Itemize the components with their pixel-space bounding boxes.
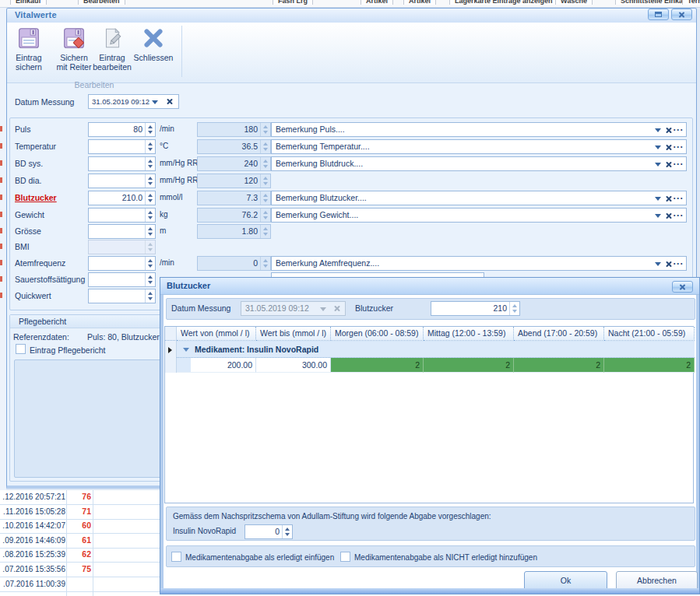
history-value: 60 [67, 521, 91, 530]
insulin-input[interactable]: 0 [244, 524, 293, 539]
vital-value-input[interactable] [88, 139, 156, 154]
history-datetime: .07.2016 15:35:56 [0, 565, 65, 573]
grid-cell-dose[interactable]: 2 [604, 358, 695, 373]
spinner[interactable] [145, 209, 155, 222]
spinner[interactable] [145, 174, 155, 188]
spinner[interactable] [260, 257, 270, 270]
vital-value-input[interactable] [88, 156, 156, 171]
dialog-titlebar[interactable]: Blutzucker [160, 278, 699, 295]
vital-value-input[interactable] [88, 240, 156, 254]
grid-column-header[interactable]: Nacht (21:00 - 05:59) [604, 327, 695, 341]
spinner[interactable] [260, 225, 270, 238]
vital-label: Grösse [15, 226, 41, 236]
nicht-erledigt-checkbox[interactable] [340, 552, 350, 562]
spinner[interactable] [260, 209, 270, 222]
grid-column-header[interactable]: Morgen (06:00 - 08:59) [331, 327, 424, 341]
schema-grid: Wert von (mmol / l)Wert bis (mmol / l)Mo… [164, 326, 694, 503]
spinner[interactable] [145, 289, 155, 303]
vital-remark-combo[interactable]: Bemerkung Blutdruck....··· [271, 156, 687, 171]
grid-column-header[interactable]: Wert bis (mmol / l) [256, 327, 331, 341]
spinner[interactable] [145, 257, 155, 270]
spinner[interactable] [260, 157, 270, 170]
vital-remark-combo[interactable]: Bemerkung Gewicht....··· [271, 208, 687, 223]
eintrag-pflegebericht-checkbox[interactable] [16, 344, 26, 354]
spinner[interactable] [260, 174, 270, 188]
background-tab-fragment: Artikel [403, 0, 436, 5]
spinner[interactable] [145, 191, 155, 205]
spinner[interactable] [260, 123, 270, 136]
erledigt-checkbox[interactable] [171, 552, 181, 562]
clear-icon[interactable] [665, 127, 672, 134]
vital-ref-input[interactable]: 120 [197, 174, 271, 188]
vital-value-input[interactable] [88, 289, 156, 303]
background-app-strip: EinkaufBearbeitenFash LrgArtikelArtikelL… [0, 0, 700, 8]
vital-value-input[interactable] [88, 174, 156, 188]
spinner[interactable] [260, 191, 270, 205]
vital-ref-input[interactable]: 240 [197, 156, 271, 171]
history-value: 76 [67, 492, 91, 501]
grid-cell-wert-bis[interactable]: 300.00 [256, 358, 331, 373]
more-icon[interactable]: ··· [674, 159, 684, 170]
grid-column-header[interactable]: Abend (17:00 - 20:59) [514, 327, 604, 341]
more-icon[interactable]: ··· [674, 210, 684, 221]
collapse-icon[interactable] [183, 348, 189, 352]
dialog-blutzucker-input[interactable]: 210 [431, 301, 520, 316]
dialog-datum-combo[interactable]: 31.05.2019 09:12 [241, 301, 346, 316]
more-icon[interactable]: ··· [674, 142, 684, 153]
erledigt-label: Medikamentenabgabe als erledigt einfügen [185, 553, 334, 562]
clear-icon[interactable] [665, 261, 672, 268]
grid-column-header[interactable]: Mittag (12:00 - 13:59) [424, 327, 514, 341]
grid-cell-dose[interactable]: 2 [424, 358, 514, 373]
remark-text: Bemerkung Gewicht.... [276, 210, 358, 219]
more-icon[interactable]: ··· [674, 258, 684, 269]
spinner[interactable] [145, 273, 155, 286]
vital-value-input[interactable] [88, 224, 156, 239]
background-tab-fragment: Bearbeiten [78, 0, 125, 5]
grid-cell-dose[interactable]: 2 [514, 358, 604, 373]
dropdown-icon[interactable] [655, 128, 661, 132]
grid-column-header[interactable]: Wert von (mmol / l) [177, 327, 256, 341]
vital-remark-combo[interactable]: Bemerkung Temperatur....··· [271, 139, 687, 154]
vital-value-input[interactable] [88, 256, 156, 271]
dropdown-icon[interactable] [655, 262, 661, 266]
clear-icon[interactable] [665, 212, 672, 219]
more-icon[interactable]: ··· [674, 124, 684, 135]
spinner[interactable] [145, 157, 155, 170]
spinner[interactable] [145, 140, 155, 153]
spinner[interactable] [509, 302, 519, 315]
vital-ref-value: 180 [198, 123, 260, 136]
spinner[interactable] [145, 225, 155, 238]
vital-remark-combo[interactable]: Bemerkung Atemfrequenz....··· [271, 256, 687, 271]
spinner[interactable] [260, 140, 270, 153]
dropdown-icon[interactable] [655, 145, 661, 149]
vital-ref-input[interactable]: 1.80 [197, 224, 271, 239]
spinner[interactable] [145, 240, 155, 254]
vital-value [89, 174, 145, 188]
grid-group-row[interactable]: Medikament: Insulin NovoRapid [177, 341, 695, 358]
more-icon[interactable]: ··· [674, 193, 684, 204]
spinner[interactable] [145, 123, 155, 136]
clear-icon[interactable] [665, 161, 672, 168]
vital-remark-combo[interactable]: Bemerkung Puls....··· [271, 122, 687, 137]
dropdown-icon[interactable] [655, 163, 661, 167]
vital-value-input[interactable] [88, 272, 156, 287]
dialog-close-button[interactable] [672, 281, 693, 293]
vital-ref-input[interactable]: 76.2 [197, 208, 271, 223]
vital-value-input[interactable]: 80 [88, 122, 156, 137]
vital-ref-input[interactable]: 36.5 [197, 139, 271, 154]
grid-cell-wert-von[interactable]: 200.00 [191, 358, 256, 373]
dropdown-icon[interactable] [655, 214, 661, 218]
vital-value-input[interactable] [88, 208, 156, 223]
grid-cell-dose[interactable]: 2 [331, 358, 424, 373]
history-datetime: .10.2016 14:42:07 [0, 521, 65, 530]
vital-ref-input[interactable]: 7.3 [197, 191, 271, 205]
clear-icon[interactable] [665, 144, 672, 151]
spinner[interactable] [282, 525, 292, 538]
vital-ref-value: 76.2 [198, 209, 260, 222]
clear-icon[interactable] [665, 195, 672, 202]
vital-value-input[interactable]: 210.0 [88, 191, 156, 205]
vital-remark-combo[interactable]: Bemerkung Blutzucker....··· [271, 191, 687, 205]
dropdown-icon[interactable] [655, 197, 661, 201]
vital-ref-input[interactable]: 180 [197, 122, 271, 137]
vital-ref-input[interactable]: 0 [197, 256, 271, 271]
